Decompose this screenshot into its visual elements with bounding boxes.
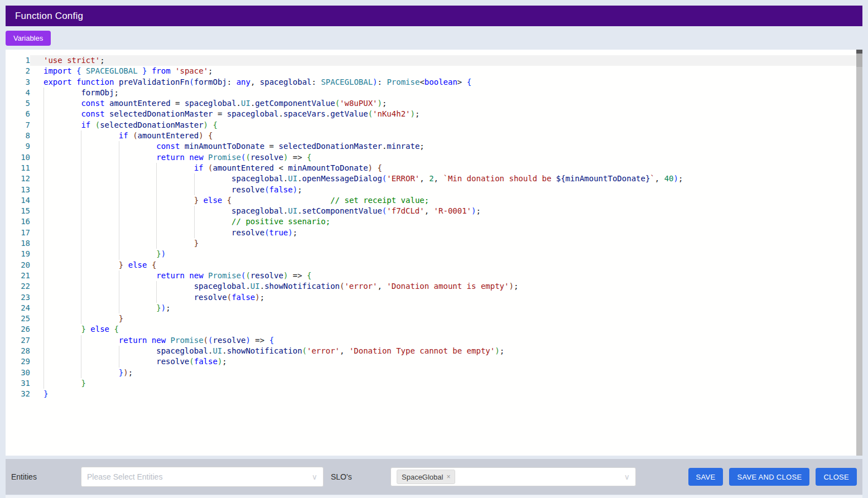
line-number: 10 [6, 152, 30, 163]
indent-guide [119, 270, 156, 281]
indent-guide [44, 292, 81, 303]
entities-select[interactable]: Please Select Entities ∨ [81, 467, 324, 487]
code-line[interactable]: 27return new Promise((resolve) => { [6, 335, 862, 346]
indent-guide [119, 173, 156, 184]
code-line[interactable]: 26} else { [6, 324, 862, 335]
code-line[interactable]: 10return new Promise((resolve) => { [6, 152, 862, 163]
code-line[interactable]: 23resolve(false); [6, 292, 862, 303]
line-number: 18 [6, 238, 30, 249]
code-line[interactable]: 13resolve(false); [6, 185, 862, 195]
code-line[interactable]: 30}); [6, 368, 862, 378]
line-number: 15 [6, 206, 30, 216]
indent-guide [44, 281, 81, 292]
line-number: 25 [6, 313, 30, 324]
code-line[interactable]: 24}); [6, 303, 862, 313]
indent-guide [81, 163, 118, 173]
code-line[interactable]: 11if (amountEntered < minAmountToDonate)… [6, 163, 862, 173]
line-number: 31 [6, 378, 30, 389]
code-line[interactable]: 22spaceglobal.UI.showNotification('error… [6, 281, 862, 292]
indent-guide [44, 238, 81, 249]
page-title: Function Config [15, 11, 83, 22]
indent-guide [119, 228, 156, 238]
code-line[interactable]: 15spaceglobal.UI.setComponentValue('f7dC… [6, 206, 862, 216]
code-line[interactable]: 12spaceglobal.UI.openMessageDialog('ERRO… [6, 173, 862, 184]
line-number: 9 [6, 141, 30, 152]
code-line[interactable]: 18} [6, 238, 862, 249]
code-line[interactable]: 25} [6, 313, 862, 324]
indent-guide [81, 195, 118, 206]
indent-guide [44, 303, 81, 313]
bottom-strip [6, 495, 862, 498]
indent-guide [81, 346, 118, 356]
code-line[interactable]: 17resolve(true); [6, 228, 862, 238]
line-number: 24 [6, 303, 30, 313]
indent-guide [156, 206, 194, 216]
close-button[interactable]: CLOSE [816, 468, 857, 486]
toolbar: Variables [6, 31, 862, 46]
indent-guide [44, 206, 81, 216]
code-line[interactable]: 21return new Promise((resolve) => { [6, 270, 862, 281]
code-line[interactable]: 19}) [6, 249, 862, 259]
line-number: 30 [6, 368, 30, 378]
code-lines[interactable]: 1'use strict';2import { SPACEGLOBAL } fr… [6, 50, 862, 400]
indent-guide [81, 356, 118, 367]
save-button[interactable]: SAVE [688, 468, 724, 486]
code-line[interactable]: 3export function preValidationFn(formObj… [6, 77, 862, 88]
indent-guide [156, 238, 194, 249]
line-number: 12 [6, 173, 30, 184]
scrollbar-thumb[interactable] [856, 54, 862, 67]
editor-scrollbar[interactable] [856, 50, 862, 456]
line-number: 1 [6, 55, 30, 66]
scrollbar-top-cap [856, 50, 862, 54]
code-line[interactable]: 31} [6, 378, 862, 389]
code-line[interactable]: 4formObj; [6, 88, 862, 98]
indent-guide [44, 195, 81, 206]
indent-guide [44, 88, 81, 98]
indent-guide [194, 206, 232, 216]
code-line[interactable]: 20} else { [6, 260, 862, 270]
code-line[interactable]: 6const selectedDonationMaster = spaceglo… [6, 109, 862, 119]
indent-guide [156, 163, 194, 173]
line-number: 28 [6, 346, 30, 356]
code-line[interactable]: 7if (selectedDonationMaster) { [6, 120, 862, 130]
code-line[interactable]: 1'use strict'; [6, 55, 862, 66]
line-number: 19 [6, 249, 30, 259]
indent-guide [119, 141, 156, 152]
slos-select[interactable]: SpaceGlobal × ∨ [390, 467, 636, 486]
entities-label: Entities [11, 472, 81, 481]
indent-guide [44, 130, 81, 141]
indent-guide [81, 281, 118, 292]
code-line[interactable]: 29resolve(false); [6, 356, 862, 367]
line-number: 29 [6, 356, 30, 367]
line-number: 27 [6, 335, 30, 346]
code-line[interactable]: 8if (amountEntered) { [6, 130, 862, 141]
indent-guide [44, 260, 81, 270]
footer-bar: Entities Please Select Entities ∨ SLO's … [6, 459, 862, 495]
indent-guide [81, 216, 118, 227]
code-line[interactable]: 9const minAmountToDonate = selectedDonat… [6, 141, 862, 152]
indent-guide [119, 346, 156, 356]
indent-guide [119, 281, 156, 292]
line-number: 17 [6, 228, 30, 238]
save-and-close-button[interactable]: SAVE AND CLOSE [729, 468, 809, 486]
indent-guide [156, 216, 194, 227]
code-line[interactable]: 2import { SPACEGLOBAL } from 'space'; [6, 66, 862, 76]
line-number: 5 [6, 98, 30, 109]
code-editor[interactable]: 1'use strict';2import { SPACEGLOBAL } fr… [6, 50, 862, 456]
code-line[interactable]: 5const amountEntered = spaceglobal.UI.ge… [6, 98, 862, 109]
line-number: 26 [6, 324, 30, 335]
indent-guide [81, 206, 118, 216]
code-line[interactable]: 16// positive ssenario; [6, 216, 862, 227]
function-config-panel: Function Config Variables 1'use strict';… [6, 6, 862, 498]
slo-tag-spaceglobal: SpaceGlobal × [397, 470, 455, 484]
code-line[interactable]: 14} else { // set receipt value; [6, 195, 862, 206]
indent-guide [81, 368, 118, 378]
variables-button[interactable]: Variables [6, 31, 51, 46]
remove-tag-icon[interactable]: × [446, 473, 450, 481]
code-line[interactable]: 28spaceglobal.UI.showNotification('error… [6, 346, 862, 356]
line-number: 20 [6, 260, 30, 270]
indent-guide [44, 378, 81, 389]
indent-guide [119, 185, 156, 195]
indent-guide [119, 303, 156, 313]
code-line[interactable]: 32} [6, 389, 862, 399]
